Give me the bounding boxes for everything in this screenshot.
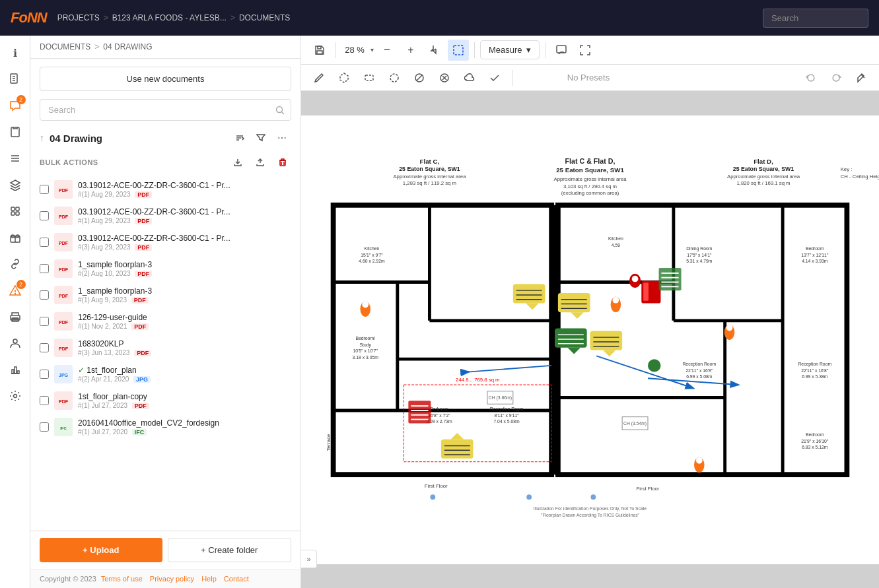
file-checkbox[interactable] xyxy=(40,211,49,220)
sidebar-item-clipboard[interactable] xyxy=(3,120,27,144)
eraser-button[interactable] xyxy=(851,68,871,88)
svg-text:Reception Room: Reception Room xyxy=(682,361,716,366)
cloud-tool-button[interactable] xyxy=(460,68,479,88)
slash-tool-button[interactable] xyxy=(409,68,429,88)
footer-privacy-link[interactable]: Privacy policy xyxy=(150,575,194,583)
zoom-dropdown-arrow[interactable]: ▾ xyxy=(370,46,374,53)
svg-text:4.59: 4.59 xyxy=(612,243,620,247)
bulk-delete-button[interactable] xyxy=(274,154,291,171)
zoom-in-button[interactable]: + xyxy=(400,40,421,61)
bulk-download-button[interactable] xyxy=(229,154,246,171)
comment-float-button[interactable] xyxy=(551,40,572,61)
footer-contact-link[interactable]: Contact xyxy=(224,575,249,583)
svg-text:Reception Room: Reception Room xyxy=(798,361,831,366)
create-folder-button[interactable]: + Create folder xyxy=(168,538,292,562)
file-item[interactable]: PDF126-129-user-guide#(1) Nov 2, 2021 PD… xyxy=(30,308,300,335)
cross-tool-button[interactable] xyxy=(435,68,454,88)
sidebar-item-files[interactable] xyxy=(3,67,27,91)
file-checkbox[interactable] xyxy=(40,238,49,247)
upload-button[interactable]: + Upload xyxy=(40,538,162,562)
bulk-upload-button[interactable] xyxy=(252,154,269,171)
sidebar-item-warning[interactable]: 2 xyxy=(3,278,27,302)
file-meta: #(1) Aug 29, 2023 PDF xyxy=(78,191,291,198)
svg-text:Illustration For Identificatio: Illustration For Identification Purposes… xyxy=(534,506,647,511)
zoom-out-button[interactable]: − xyxy=(376,40,398,61)
file-checkbox[interactable] xyxy=(40,185,49,194)
svg-rect-164 xyxy=(643,282,649,300)
drawing-area[interactable]: Flat C & Flat D, 25 Eaton Square, SW1 Ap… xyxy=(301,91,879,588)
circle-tool-button[interactable] xyxy=(384,68,404,88)
file-checkbox[interactable] xyxy=(40,422,49,432)
file-item[interactable]: JPG✓ 1st_floor_plan#(2) Apr 21, 2020 JPG xyxy=(30,361,300,387)
svg-text:Kitchen: Kitchen xyxy=(608,236,623,241)
footer-terms-link[interactable]: Terms of use xyxy=(101,575,143,583)
global-search-input[interactable] xyxy=(763,9,868,28)
filter-button[interactable] xyxy=(252,129,270,147)
footer-help-link[interactable]: Help xyxy=(201,575,217,583)
sidebar-item-plugin[interactable] xyxy=(3,199,27,223)
file-item[interactable]: PDF1683020KLP#(3) Jun 13, 2023 PDF xyxy=(30,335,300,361)
breadcrumb-projects[interactable]: PROJECTS xyxy=(57,13,100,22)
sidebar-breadcrumb-folder[interactable]: 04 DRAWING xyxy=(103,42,152,51)
file-checkbox[interactable] xyxy=(40,343,49,352)
app-logo[interactable]: FoNN xyxy=(11,9,47,26)
file-checkbox[interactable] xyxy=(40,317,49,326)
folder-actions: ⋯ xyxy=(230,129,291,147)
sidebar-item-printer[interactable] xyxy=(3,305,27,329)
file-item[interactable]: IFC201604140office_model_CV2_fordesign#(… xyxy=(30,414,300,440)
pan-tool-button[interactable] xyxy=(424,40,445,61)
toolbar-save-btn[interactable] xyxy=(309,40,330,61)
content-area: 28 % ▾ − + Measure ▾ xyxy=(301,36,879,588)
file-checkbox[interactable] xyxy=(40,370,49,379)
sidebar-item-chart[interactable] xyxy=(3,358,27,381)
file-item[interactable]: PDF03.19012-ACE-00-ZZ-DR-C-3600-C1 - Pr.… xyxy=(30,176,300,203)
file-info: 03.19012-ACE-00-ZZ-DR-C-3600-C1 - Pr...#… xyxy=(78,234,291,251)
svg-rect-30 xyxy=(280,160,285,166)
check-tool-button[interactable] xyxy=(485,68,505,88)
floor-plan-container[interactable]: Flat C & Flat D, 25 Eaton Square, SW1 Ap… xyxy=(301,91,879,588)
collapse-sidebar-button[interactable]: » xyxy=(301,550,317,568)
svg-text:Bedroom/: Bedroom/ xyxy=(355,336,375,341)
svg-text:PDF: PDF xyxy=(59,267,69,272)
polygon-tool-button[interactable] xyxy=(334,68,354,88)
file-name: 201604140office_model_CV2_fordesign xyxy=(78,418,291,428)
file-info: 03.19012-ACE-00-ZZ-DR-C-3600-C1 - Pr...#… xyxy=(78,181,291,198)
file-item[interactable]: PDF03.19012-ACE-00-ZZ-DR-C-3600-C1 - Pr.… xyxy=(30,203,300,229)
breadcrumb-sep1: > xyxy=(104,13,108,22)
pencil-tool-button[interactable] xyxy=(309,68,329,88)
more-button[interactable]: ⋯ xyxy=(273,129,291,147)
selection-tool-button[interactable] xyxy=(448,40,469,61)
file-type-badge: PDF xyxy=(134,350,151,356)
file-item[interactable]: PDF1st_floor_plan-copy#(1) Jul 27, 2023 … xyxy=(30,387,300,414)
sort-button[interactable] xyxy=(230,129,249,147)
sidebar-item-settings[interactable] xyxy=(3,384,27,408)
svg-text:JPG: JPG xyxy=(59,373,69,377)
sidebar-item-person[interactable] xyxy=(3,331,27,355)
fullscreen-button[interactable] xyxy=(575,40,596,61)
sidebar-item-comments[interactable]: 2 xyxy=(3,94,27,117)
sidebar-item-link[interactable] xyxy=(3,252,27,276)
breadcrumb-documents[interactable]: DOCUMENTS xyxy=(239,13,290,22)
use-new-documents-button[interactable]: Use new documents xyxy=(40,67,291,91)
sidebar-item-list[interactable] xyxy=(3,147,27,170)
svg-text:16'8" x 7'2": 16'8" x 7'2" xyxy=(428,412,450,417)
undo-button[interactable] xyxy=(801,68,821,88)
breadcrumb-project[interactable]: B123 ARLA FOODS - AYLESB... xyxy=(112,13,227,22)
sidebar-breadcrumb-sep: > xyxy=(94,42,99,51)
sidebar-breadcrumb-documents[interactable]: DOCUMENTS xyxy=(40,42,90,51)
sidebar-item-layers[interactable] xyxy=(3,173,27,197)
file-item[interactable]: PDF03.19012-ACE-00-ZZ-DR-C-3600-C1 - Pr.… xyxy=(30,229,300,255)
sidebar-search-input[interactable] xyxy=(46,100,275,120)
rect-tool-button[interactable] xyxy=(359,68,379,88)
footer-copyright: Copyright © 2023 xyxy=(40,575,96,583)
sidebar-item-info[interactable]: ℹ xyxy=(3,41,27,65)
measure-dropdown-button[interactable]: Measure ▾ xyxy=(480,40,540,59)
file-meta: #(3) Jun 13, 2023 PDF xyxy=(78,349,291,356)
file-item[interactable]: PDF1_sample floorplan-3#(1) Aug 9, 2023 … xyxy=(30,282,300,308)
file-checkbox[interactable] xyxy=(40,264,49,273)
sidebar-item-gift[interactable] xyxy=(3,226,27,249)
file-checkbox[interactable] xyxy=(40,290,49,300)
redo-button[interactable] xyxy=(826,68,846,88)
file-item[interactable]: PDF1_sample floorplan-3#(2) Aug 10, 2023… xyxy=(30,255,300,282)
file-checkbox[interactable] xyxy=(40,396,49,405)
